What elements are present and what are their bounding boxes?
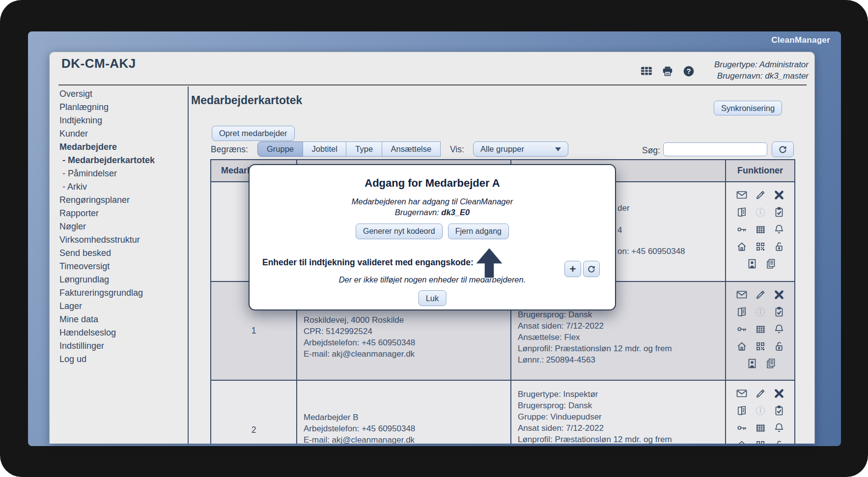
doc-icon[interactable] bbox=[736, 405, 748, 417]
pen-icon[interactable] bbox=[755, 388, 766, 399]
grid-icon[interactable] bbox=[755, 224, 766, 235]
search-input[interactable] bbox=[663, 142, 767, 156]
sidebar-item[interactable]: Faktureringsgrundlag bbox=[59, 286, 185, 300]
detail-line: Ansættelse: Flex bbox=[518, 332, 725, 343]
row-function-icons bbox=[725, 182, 794, 281]
mail-icon[interactable] bbox=[736, 388, 748, 399]
sidebar-item[interactable]: Kunder bbox=[59, 127, 185, 140]
filter-button[interactable]: Ansættelse bbox=[382, 141, 441, 157]
grid-icon[interactable] bbox=[755, 422, 766, 434]
dialog-username: Brugernavn: dk3_E0 bbox=[250, 208, 615, 217]
doc-icon[interactable] bbox=[736, 206, 748, 218]
sidebar-item[interactable]: Timeoversigt bbox=[59, 260, 185, 273]
lock-icon[interactable] bbox=[773, 439, 785, 444]
filter-button[interactable]: Gruppe bbox=[257, 141, 303, 157]
sidebar-divider bbox=[188, 86, 189, 444]
bell-icon[interactable] bbox=[773, 323, 785, 335]
sidebar-item[interactable]: Mine data bbox=[59, 313, 185, 326]
dialog-access-text: Medarbejderen har adgang til CleanManage… bbox=[250, 197, 615, 206]
sidebar-item[interactable]: Indstillinger bbox=[59, 339, 185, 353]
delete-icon[interactable] bbox=[773, 189, 785, 201]
doc-icon[interactable] bbox=[736, 306, 748, 318]
pen-icon[interactable] bbox=[755, 289, 766, 301]
lock-icon[interactable] bbox=[773, 340, 785, 352]
clipped-text-fragment: 4 bbox=[617, 225, 622, 235]
person-icon[interactable] bbox=[746, 258, 758, 270]
clipboard-icon[interactable] bbox=[773, 306, 785, 318]
bell-icon[interactable] bbox=[773, 224, 785, 235]
qr-icon[interactable] bbox=[755, 340, 766, 352]
bell-icon[interactable] bbox=[773, 422, 785, 434]
qr-icon[interactable] bbox=[755, 439, 766, 444]
print-icon[interactable] bbox=[660, 65, 675, 78]
copy-icon[interactable] bbox=[765, 358, 777, 369]
key-icon[interactable] bbox=[736, 224, 748, 235]
app-brand: CleanManager bbox=[771, 35, 830, 45]
home-icon[interactable] bbox=[736, 241, 748, 253]
delete-icon[interactable] bbox=[773, 289, 785, 301]
remove-access-button[interactable]: Fjern adgang bbox=[448, 224, 509, 239]
cursor-arrow bbox=[474, 247, 505, 279]
grid-icon[interactable] bbox=[755, 323, 766, 335]
filter-button[interactable]: Type bbox=[346, 141, 382, 157]
info-icon[interactable] bbox=[755, 306, 766, 318]
filter-label: Begræns: bbox=[211, 144, 248, 155]
sidebar-item[interactable]: Rengøringsplaner bbox=[59, 194, 185, 207]
dialog-actions: Generer nyt kodeord Fjern adgang bbox=[250, 224, 615, 239]
sidebar-item[interactable]: Log ud bbox=[59, 353, 185, 366]
sidebar-item[interactable]: Indtjekning bbox=[59, 114, 185, 127]
refresh-icon bbox=[778, 144, 788, 155]
chevron-down-icon bbox=[555, 147, 561, 151]
filter-button[interactable]: Jobtitel bbox=[303, 141, 347, 157]
sidebar-item[interactable]: Oversigt bbox=[59, 87, 185, 101]
info-line: Arbejdstelefon: +45 60950348 bbox=[304, 337, 510, 348]
generate-password-button[interactable]: Generer nyt kodeord bbox=[356, 224, 443, 239]
info-line: E-mail: akj@cleanmanager.dk bbox=[304, 348, 510, 360]
lock-icon[interactable] bbox=[773, 241, 785, 253]
key-icon[interactable] bbox=[736, 323, 748, 335]
group-select[interactable]: Alle grupper bbox=[473, 141, 568, 157]
refresh-icon bbox=[587, 264, 596, 274]
search-label: Søg: bbox=[642, 145, 660, 156]
row-detail-cell: Brugertype: InspektørBrugersprog: DanskG… bbox=[510, 381, 725, 444]
home-icon[interactable] bbox=[736, 340, 748, 352]
copy-icon[interactable] bbox=[765, 258, 777, 270]
person-icon[interactable] bbox=[746, 358, 758, 369]
delete-icon[interactable] bbox=[773, 388, 785, 399]
clipboard-icon[interactable] bbox=[773, 405, 785, 417]
help-icon[interactable] bbox=[681, 65, 696, 78]
devices-heading: Enheder til indtjekning valideret med en… bbox=[262, 257, 474, 268]
info-icon[interactable] bbox=[755, 405, 766, 417]
info-icon[interactable] bbox=[755, 206, 766, 218]
close-dialog-button[interactable]: Luk bbox=[419, 290, 447, 306]
qr-icon[interactable] bbox=[755, 241, 766, 253]
mail-icon[interactable] bbox=[736, 189, 748, 201]
sync-button[interactable]: Synkronisering bbox=[714, 101, 782, 115]
mail-icon[interactable] bbox=[736, 289, 748, 301]
detail-line: Gruppe: Vinduepudser bbox=[518, 411, 725, 422]
sidebar-item[interactable]: - Medarbejderkartotek bbox=[59, 154, 185, 167]
account-title: DK-CM-AKJ bbox=[61, 56, 136, 71]
table-view-icon[interactable] bbox=[639, 65, 654, 78]
clipboard-icon[interactable] bbox=[773, 206, 785, 218]
sidebar-item[interactable]: Rapporter bbox=[59, 207, 185, 220]
sidebar-item[interactable]: Nøgler bbox=[59, 220, 185, 233]
create-employee-button[interactable]: Opret medarbejder bbox=[212, 126, 295, 141]
row-function-icons bbox=[725, 381, 794, 444]
info-line: Medarbejder B bbox=[304, 412, 510, 423]
sidebar-item[interactable]: Virksomhedsstruktur bbox=[59, 233, 185, 247]
sidebar-item[interactable]: Lager bbox=[59, 300, 185, 313]
sidebar-item[interactable]: - Påmindelser bbox=[59, 167, 185, 180]
sidebar-item[interactable]: - Arkiv bbox=[59, 180, 185, 194]
pen-icon[interactable] bbox=[755, 189, 766, 201]
sidebar-item[interactable]: Medarbejdere bbox=[59, 140, 185, 154]
info-line: Roskildevej, 4000 Roskilde bbox=[304, 314, 510, 326]
sidebar-item[interactable]: Planlægning bbox=[59, 101, 185, 114]
detail-line: Brugersprog: Dansk bbox=[518, 309, 725, 320]
home-icon[interactable] bbox=[736, 439, 748, 444]
key-icon[interactable] bbox=[736, 422, 748, 434]
sidebar-item[interactable]: Løngrundlag bbox=[59, 273, 185, 286]
sidebar-item[interactable]: Hændelseslog bbox=[59, 326, 185, 339]
search-refresh-button[interactable] bbox=[772, 141, 794, 157]
sidebar-item[interactable]: Send besked bbox=[59, 247, 185, 260]
